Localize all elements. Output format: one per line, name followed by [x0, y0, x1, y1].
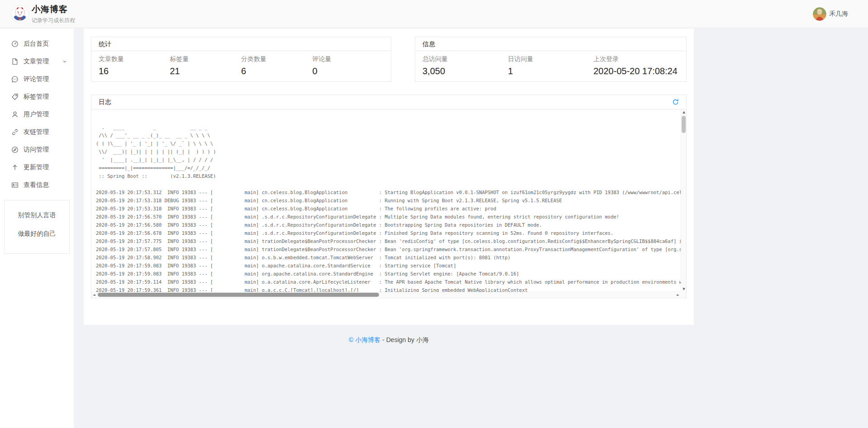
sidebar-item-label: 更新管理 [24, 163, 67, 171]
article-icon [11, 58, 19, 65]
stat-label: 总访问量 [422, 55, 508, 63]
sidebar-item-label: 文章管理 [24, 57, 62, 66]
sidebar-item-label: 查看信息 [24, 181, 67, 189]
sidebar-item-label: 评论管理 [24, 75, 67, 83]
stat-label: 分类数量 [241, 55, 313, 63]
stat-label: 标签量 [170, 55, 242, 63]
stat-item: 上次登录2020-05-20 17:08:24 [593, 55, 679, 76]
log-card: 日志 . ____ _ __ _ _ /\\ / ___'_ __ _ _(_)… [91, 95, 687, 298]
stat-label: 日访问量 [508, 55, 593, 63]
dashboard-icon [11, 40, 19, 48]
header: 小海博客 记录学习成长历程 禾几海 [0, 0, 868, 28]
sidebar-item-tags[interactable]: 标签管理 [0, 88, 74, 105]
sidebar-item-label: 友链管理 [24, 128, 67, 136]
stat-item: 分类数量6 [241, 55, 313, 76]
sidebar-menu: 后台首页文章管理评论管理标签管理用户管理友链管理访问管理更新管理查看信息 [0, 29, 74, 194]
footer: © 小海博客 - Design by 小海 [84, 325, 694, 356]
horizontal-scroll-thumb[interactable] [98, 293, 379, 297]
user-icon [11, 111, 19, 118]
site-subtitle: 记录学习成长历程 [32, 17, 75, 24]
stat-item: 日访问量1 [508, 55, 593, 76]
link-icon [11, 128, 19, 136]
id-card-icon [11, 181, 19, 189]
sidebar-item-label: 用户管理 [24, 110, 67, 119]
site-title: 小海博客 [32, 4, 75, 15]
main-content: 统计 文章数量16标签量21分类数量6评论量0 信息 总访问量3,050日访问量… [74, 29, 868, 428]
scroll-up-arrow[interactable]: ▲ [681, 109, 686, 115]
sidebar-item-visits[interactable]: 访问管理 [0, 141, 74, 158]
horizontal-scrollbar[interactable]: ◄ ► [91, 292, 681, 297]
sidebar-item-updates[interactable]: 更新管理 [0, 158, 74, 176]
blog-logo-icon [11, 5, 29, 23]
vertical-scrollbar[interactable]: ▲ ▼ [681, 109, 686, 292]
motto-line: 做最好的自己 [6, 230, 67, 238]
stats-card-title: 统计 [91, 37, 391, 51]
sidebar: 后台首页文章管理评论管理标签管理用户管理友链管理访问管理更新管理查看信息 别管别… [0, 29, 74, 428]
vertical-scroll-thumb[interactable] [682, 116, 686, 133]
stat-value: 6 [241, 66, 313, 76]
comment-icon [11, 76, 19, 83]
scroll-right-arrow[interactable]: ► [675, 292, 681, 297]
motto-box: 别管别人言语 做最好的自己 [4, 200, 70, 254]
content-panel: 统计 文章数量16标签量21分类数量6评论量0 信息 总访问量3,050日访问量… [84, 29, 694, 325]
log-card-title: 日志 [99, 98, 111, 106]
stat-value: 3,050 [422, 66, 508, 76]
sidebar-item-home[interactable]: 后台首页 [0, 35, 74, 52]
sidebar-item-label: 访问管理 [24, 146, 67, 154]
stat-item: 评论量0 [313, 55, 384, 76]
stat-label: 评论量 [313, 55, 384, 63]
log-viewer: . ____ _ __ _ _ /\\ / ___'_ __ _ _(_)_ _… [91, 109, 686, 297]
scroll-left-arrow[interactable]: ◄ [91, 292, 97, 297]
stat-label: 文章数量 [99, 55, 170, 63]
info-card-title: 信息 [415, 37, 686, 51]
tag-icon [11, 93, 19, 100]
stat-item: 文章数量16 [99, 55, 170, 76]
stat-value: 0 [313, 66, 384, 76]
scrollbar-corner [681, 292, 686, 297]
user-avatar-image [813, 7, 826, 21]
stat-value: 21 [170, 66, 242, 76]
sidebar-item-articles[interactable]: 文章管理 [0, 52, 74, 70]
stat-item: 总访问量3,050 [422, 55, 508, 76]
stat-value: 1 [508, 66, 593, 76]
compass-icon [11, 146, 19, 153]
sidebar-item-info[interactable]: 查看信息 [0, 176, 74, 194]
user-menu[interactable]: 禾几海 [813, 7, 848, 21]
refresh-icon[interactable] [672, 99, 679, 105]
sidebar-item-label: 标签管理 [24, 93, 67, 101]
arrow-up-icon [11, 164, 19, 171]
stat-value: 16 [99, 66, 170, 76]
footer-site-link[interactable]: © 小海博客 [349, 336, 380, 343]
sidebar-item-users[interactable]: 用户管理 [0, 105, 74, 123]
brand[interactable]: 小海博客 记录学习成长历程 [11, 4, 75, 24]
stat-item: 标签量21 [170, 55, 242, 76]
info-card: 信息 总访问量3,050日访问量1上次登录2020-05-20 17:08:24 [415, 37, 687, 82]
footer-design-text: - Design by 小海 [380, 336, 429, 343]
sidebar-item-comments[interactable]: 评论管理 [0, 70, 74, 88]
log-text: . ____ _ __ _ _ /\\ / ___'_ __ _ _(_)_ _… [91, 109, 686, 294]
motto-line: 别管别人言语 [6, 211, 67, 219]
stat-value: 2020-05-20 17:08:24 [593, 66, 679, 76]
stats-card: 统计 文章数量16标签量21分类数量6评论量0 [91, 37, 391, 82]
sidebar-item-links[interactable]: 友链管理 [0, 123, 74, 141]
scroll-down-arrow[interactable]: ▼ [681, 286, 686, 292]
sidebar-item-label: 后台首页 [24, 40, 67, 48]
stat-label: 上次登录 [593, 55, 679, 63]
chevron-down-icon [62, 59, 67, 64]
user-name: 禾几海 [829, 10, 848, 18]
